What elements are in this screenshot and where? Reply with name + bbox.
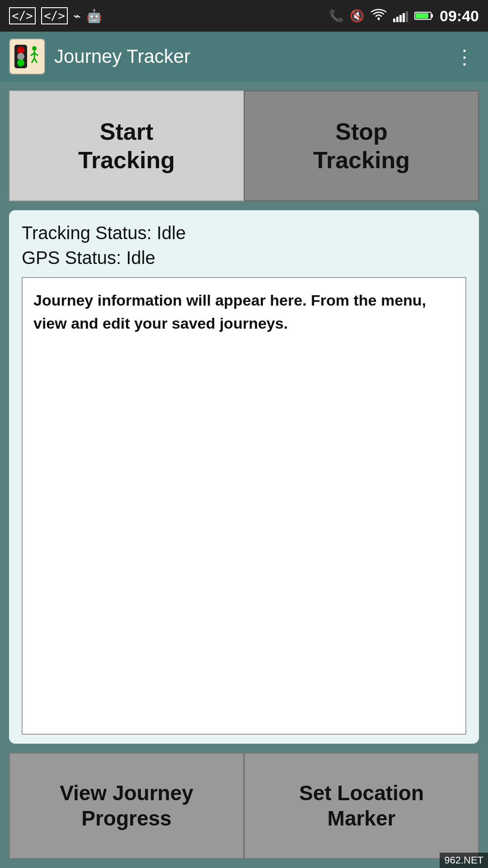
gps-status-label: GPS Status: Idle [22,248,466,268]
view-journey-progress-button[interactable]: View Journey Progress [9,753,244,859]
app-title: Journey Tracker [54,46,450,67]
status-time: 09:40 [440,7,479,25]
start-tracking-button[interactable]: Start Tracking [9,90,244,201]
watermark: 962.NET [440,853,488,868]
overflow-menu-button[interactable]: ⋮ [450,41,479,73]
status-panel: Tracking Status: Idle GPS Status: Idle J… [9,210,479,744]
tracking-status-label: Tracking Status: Idle [22,223,466,243]
wifi-icon [371,8,387,24]
phone-icon: 📞 [329,9,343,23]
top-buttons-row: Start Tracking Stop Tracking [9,90,479,201]
set-location-marker-button[interactable]: Set Location Marker [244,753,479,859]
bottom-buttons-row: View Journey Progress Set Location Marke… [9,753,479,859]
svg-point-0 [378,18,380,20]
main-content: Start Tracking Stop Tracking Tracking St… [0,81,488,868]
journey-info-box: Journey information will appear here. Fr… [22,277,466,735]
status-bar: </> </> ⌁ 🤖 📞 🔇 [0,0,488,32]
battery-icon [414,11,433,21]
signal-icon [393,9,408,22]
stop-tracking-button[interactable]: Stop Tracking [244,90,479,201]
svg-rect-3 [416,13,428,19]
android-icon: 🤖 [86,9,102,24]
svg-point-5 [17,47,24,54]
svg-point-8 [32,46,37,51]
app-bar: Journey Tracker ⋮ [0,32,488,81]
status-bar-left: </> </> ⌁ 🤖 [9,7,102,24]
svg-line-12 [32,58,34,63]
svg-rect-2 [431,14,433,18]
code-bracket-icon-2: </> [41,7,68,24]
usb-icon: ⌁ [73,9,81,24]
svg-point-7 [17,59,24,66]
mute-icon: 🔇 [350,9,364,23]
journey-info-text: Journey information will appear here. Fr… [33,289,455,335]
code-bracket-icon-1: </> [9,7,36,24]
status-bar-right: 📞 🔇 [329,7,479,25]
svg-line-13 [34,58,37,63]
app-icon [9,38,45,75]
svg-point-6 [17,53,24,60]
